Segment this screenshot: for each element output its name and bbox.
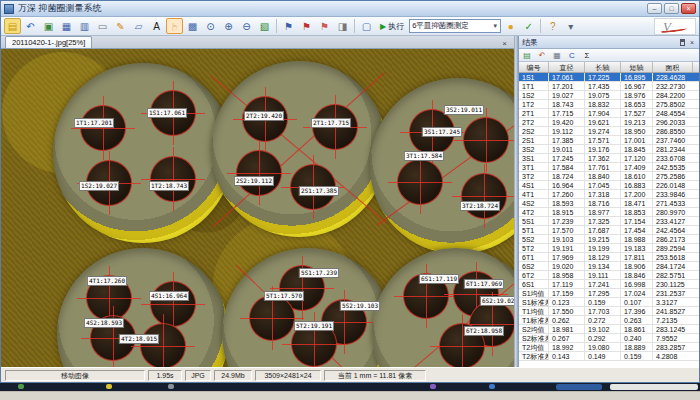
table-cell: 19.621 [585,118,621,126]
confirm-check-icon[interactable]: ✓ [520,18,537,34]
table-cell: 17.120 [621,154,653,162]
edit-page-icon[interactable]: ▱ [130,18,147,34]
taskbar-app-green-icon[interactable] [18,384,24,389]
taskbar-active-app[interactable] [556,384,602,390]
panel-close-icon[interactable]: × [688,39,696,46]
table-row[interactable]: T1标准差0.2620.2720.2637.2135 [519,316,699,325]
taskbar-app-yellow-icon[interactable] [106,384,112,389]
column-header[interactable]: 短轴 [621,62,653,72]
column-header[interactable]: 编号 [519,62,549,72]
table-row[interactable]: S1均值17.15917.29517.024231.2537 [519,289,699,298]
table-cell: 275.8502 [653,100,693,108]
table-cell: 7.9552 [653,334,693,342]
table-row[interactable]: 2T117.71517.90417.527248.4554 [519,109,699,118]
refresh-icon[interactable]: ↶ [536,50,548,61]
image-canvas[interactable]: 1T1:17.2011S1:17.0611S2:19.0271T2:18.743… [1,49,514,367]
monitor-icon[interactable]: ▢ [358,18,375,34]
clear-icon[interactable]: C [566,50,578,61]
table-row[interactable]: 1T218.74318.83218.653275.8502 [519,100,699,109]
taskbar-light-seg[interactable] [610,384,698,390]
help-dropdown-icon[interactable]: ▾ [562,18,579,34]
table-row[interactable]: 1S219.02719.07518.976284.2200 [519,91,699,100]
crosshair-v-line [103,96,104,160]
tab-close-icon[interactable]: × [499,39,510,48]
minimize-button[interactable]: – [647,3,662,14]
run-button[interactable]: ▶执行 [376,18,408,34]
table-cell: 18.958 [549,271,585,279]
measure-flag-red2-icon[interactable]: ⚑ [316,18,333,34]
preset-dropdown[interactable]: 6平皿抑菌圈测定▼ [409,19,501,33]
stats-icon[interactable]: ◨ [334,18,351,34]
table-row[interactable]: 6T218.95819.11118.846282.5751 [519,271,699,280]
table-row[interactable]: 5S117.23917.32517.154233.4127 [519,217,699,226]
taskbar-app-gray-icon[interactable] [168,384,174,389]
zoom-in-icon[interactable]: ⊕ [220,18,237,34]
table-row[interactable]: 1T117.20117.43516.967232.2730 [519,82,699,91]
pin-icon[interactable] [680,39,685,46]
table-row[interactable]: 4T117.26017.31817.200233.9846 [519,190,699,199]
table-row[interactable]: T2标准差0.1430.1490.1594.2808 [519,352,699,361]
table-row[interactable]: 2T219.42019.62119.213296.2033 [519,118,699,127]
column-header[interactable]: 直径 [549,62,585,72]
zoom-icon[interactable]: ⊙ [202,18,219,34]
table-row[interactable]: 5T219.19119.19919.183289.2594 [519,244,699,253]
table-cell: 17.584 [549,163,585,171]
measure-flag-blue-icon[interactable]: ⚑ [280,18,297,34]
table-row[interactable]: 6S219.02019.13418.906284.1724 [519,262,699,271]
table-row[interactable]: 4S218.59318.71618.471271.4533 [519,199,699,208]
table-row[interactable]: S2均值18.98119.10218.861283.1245 [519,325,699,334]
table-row[interactable]: 1S117.06117.22516.895228.4628 [519,73,699,82]
undo-arrow-icon[interactable]: ↶ [22,18,39,34]
table-cell: 16.883 [621,181,653,189]
image-tab[interactable]: 20110420-1-.jpg[25%] [5,36,92,48]
table-row[interactable]: 3S117.24517.36217.120233.6708 [519,154,699,163]
table-row[interactable]: S1标准差0.1230.1590.1073.3127 [519,298,699,307]
measure-label: 4S1:16.964 [149,291,189,301]
measure-label: 3T2:18.724 [460,201,500,211]
save-icon[interactable]: ▦ [58,18,75,34]
close-button[interactable]: × [681,3,696,14]
table-row[interactable]: 5S219.10319.21518.988286.2173 [519,235,699,244]
maximize-button[interactable]: □ [664,3,679,14]
sum-sigma-icon[interactable]: Σ [581,50,593,61]
taskbar-app-purple-icon[interactable] [430,384,436,389]
measure-flag-red-icon[interactable]: ⚑ [298,18,315,34]
text-tool-icon[interactable]: A [148,18,165,34]
help-icon[interactable]: ? [544,18,561,34]
print-icon[interactable]: ▭ [94,18,111,34]
crosshair-v-line [259,141,260,205]
table-row[interactable]: T1均值17.55017.70317.396241.8527 [519,307,699,316]
export-table-icon[interactable]: ▤ [521,50,533,61]
table-row[interactable]: 3T218.72418.84018.610275.2586 [519,172,699,181]
table-cell: 0.262 [549,316,585,324]
table-row[interactable]: 4T218.91518.97718.853280.9970 [519,208,699,217]
zoom-out-icon[interactable]: ⊖ [238,18,255,34]
table-cell: 18.129 [585,253,621,261]
table-row[interactable]: T2均值18.99219.08018.889283.2857 [519,343,699,352]
copy-icon[interactable]: ▣ [40,18,57,34]
table-row[interactable]: 2S117.38517.57117.001237.7460 [519,136,699,145]
table-row[interactable]: 6S117.11917.24116.998230.1125 [519,280,699,289]
open-icon[interactable]: ▤ [4,18,21,34]
taskbar-app-blue-icon[interactable] [489,384,495,389]
hand-pan-tool-icon[interactable]: ☞ [166,18,183,34]
save-all-icon[interactable]: ▥ [76,18,93,34]
table-cell: 19.080 [585,343,621,351]
windows-taskbar[interactable] [0,383,700,391]
wand-icon[interactable]: ● [502,18,519,34]
table-row[interactable]: 3S219.01119.17618.845281.2344 [519,145,699,154]
save-results-icon[interactable]: ▦ [551,50,563,61]
table-row[interactable]: S2标准差0.2670.2920.2407.9552 [519,334,699,343]
table-row[interactable]: 4S116.96417.04516.883226.0148 [519,181,699,190]
table-row[interactable]: 2S219.11219.27418.950286.8550 [519,127,699,136]
column-header[interactable]: 面积 [653,62,693,72]
table-row[interactable]: 3T117.58417.76117.409242.5535 [519,163,699,172]
image-select-icon[interactable]: ▩ [184,18,201,34]
title-bar[interactable]: 万深 抑菌圈测量系统 – □ × [1,1,699,17]
table-row[interactable]: 5T117.57017.68717.454242.4564 [519,226,699,235]
table-row[interactable]: 6T117.96918.12917.811253.5618 [519,253,699,262]
pencil-icon[interactable]: ✎ [112,18,129,34]
fit-view-icon[interactable]: ▧ [256,18,273,34]
results-toolbar: ▤↶▦CΣ [519,49,699,62]
column-header[interactable]: 长轴 [585,62,621,72]
